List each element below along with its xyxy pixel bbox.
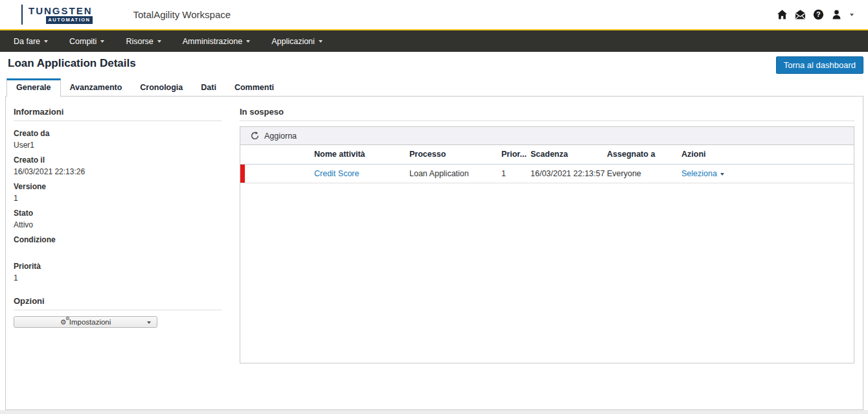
settings-dropdown-button[interactable]: ⚙⚙ Impostazioni: [14, 316, 157, 328]
info-panel-title: Informazioni: [14, 107, 222, 121]
info-panel: Informazioni Creato da User1 Creato il 1…: [6, 97, 229, 409]
chevron-down-icon: [44, 40, 48, 43]
tungsten-logo[interactable]: TUNGSTEN AUTOMATION: [29, 6, 93, 24]
col-nome-attivita: Nome attività: [314, 145, 409, 164]
process-cell: Loan Application: [409, 164, 501, 183]
priority-cell: 1: [501, 164, 531, 183]
tab-strip: Generale Avanzamento Cronologia Dati Com…: [5, 79, 863, 97]
pending-panel: In sospeso Aggiorna: [229, 97, 863, 409]
info-fields: Creato da User1 Creato il 16/03/2021 22:…: [14, 129, 222, 282]
home-icon[interactable]: [777, 9, 788, 20]
field-stato: Stato Attivo: [14, 209, 222, 229]
activity-link[interactable]: Credit Score: [314, 169, 359, 178]
gear-icon: ⚙⚙: [60, 318, 69, 327]
col-scadenza: Scadenza: [531, 145, 607, 164]
tab-content-panel: Informazioni Creato da User1 Creato il 1…: [5, 97, 863, 410]
refresh-icon: [251, 132, 259, 140]
main-nav: Da fare Compiti Risorse Amministrazione …: [0, 30, 868, 52]
field-creato-il: Creato il 16/03/2021 22:13:26: [14, 155, 222, 176]
page-bottom-strip: [0, 410, 868, 414]
due-cell: 16/03/2021 22:13:57: [531, 164, 607, 183]
help-icon[interactable]: ?: [813, 9, 824, 20]
chevron-down-icon: [157, 40, 161, 43]
table-row: Credit Score Loan Application 1 16/03/20…: [240, 164, 854, 183]
logo-text-tungsten: TUNGSTEN: [29, 6, 93, 16]
logo-text-automation: AUTOMATION: [46, 16, 92, 24]
pending-table-container: Aggiorna Nome attività Processo Prior...…: [240, 126, 854, 363]
field-condizione: Condizione: [14, 235, 222, 256]
tab-dati[interactable]: Dati: [192, 79, 225, 96]
field-priorita: Priorità 1: [14, 262, 222, 282]
chevron-down-icon: [147, 321, 151, 324]
nav-item-applicazioni[interactable]: Applicazioni: [264, 30, 330, 52]
chevron-down-icon: [319, 40, 323, 43]
refresh-button[interactable]: Aggiorna: [251, 132, 297, 141]
nav-item-amministrazione[interactable]: Amministrazione: [176, 30, 257, 52]
col-processo: Processo: [409, 145, 501, 164]
page-title: Loan Application Details: [8, 57, 136, 70]
svg-text:?: ?: [816, 10, 821, 18]
chevron-down-icon: [100, 40, 104, 43]
user-icon[interactable]: [831, 9, 842, 20]
back-to-dashboard-button[interactable]: Torna al dashboard: [776, 56, 863, 74]
top-header: TUNGSTEN AUTOMATION TotalAgility Workspa…: [0, 0, 868, 29]
assigned-cell: Everyone: [607, 164, 681, 183]
nav-item-compiti[interactable]: Compiti: [62, 30, 111, 52]
tab-avanzamento[interactable]: Avanzamento: [61, 79, 131, 96]
options-title: Opzioni: [14, 296, 222, 310]
table-toolbar: Aggiorna: [240, 127, 854, 145]
col-indicator: [240, 145, 314, 164]
app-title: TotalAgility Workspace: [133, 9, 231, 20]
logo-divider: [21, 5, 23, 25]
col-assegnato-a: Assegnato a: [607, 145, 681, 164]
pending-panel-title: In sospeso: [240, 107, 854, 121]
nav-item-risorse[interactable]: Risorse: [119, 30, 168, 52]
header-icons: ?: [777, 0, 854, 29]
mail-icon[interactable]: [795, 9, 806, 20]
field-versione: Versione 1: [14, 182, 222, 203]
tab-cronologia[interactable]: Cronologia: [131, 79, 192, 96]
tab-generale[interactable]: Generale: [6, 78, 61, 97]
pending-table: Nome attività Processo Prior... Scadenza…: [240, 145, 854, 183]
priority-indicator-cell: [240, 164, 314, 183]
user-menu-caret-icon[interactable]: [850, 14, 854, 16]
chevron-down-icon: [720, 173, 724, 176]
chevron-down-icon: [246, 40, 250, 43]
field-creato-da: Creato da User1: [14, 129, 222, 150]
table-header-row: Nome attività Processo Prior... Scadenza…: [240, 145, 854, 164]
priority-flag: [240, 165, 245, 183]
select-action-link[interactable]: Seleziona: [681, 169, 724, 178]
nav-item-da-fare[interactable]: Da fare: [6, 30, 55, 52]
col-priorita: Prior...: [501, 145, 531, 164]
tab-commenti[interactable]: Commenti: [225, 79, 283, 96]
settings-button-label: Impostazioni: [69, 318, 111, 326]
page-head: Loan Application Details Torna al dashbo…: [0, 52, 868, 79]
col-azioni: Azioni: [681, 145, 854, 164]
